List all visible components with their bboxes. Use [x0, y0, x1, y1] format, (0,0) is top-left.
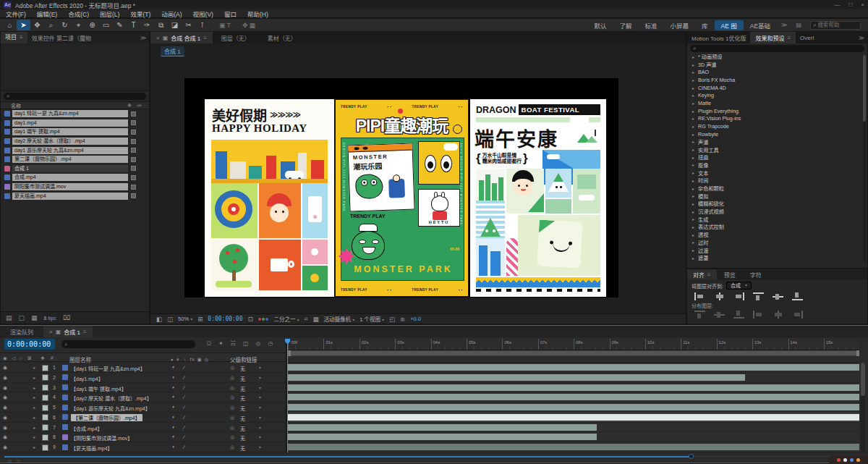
track-row[interactable] — [288, 392, 859, 402]
eye-icon[interactable]: ◉ — [3, 385, 7, 391]
puppet-pin-tool[interactable]: ⊺ — [195, 20, 209, 30]
layer-label-chip[interactable] — [42, 395, 48, 401]
pickwhip-icon[interactable]: ◎ — [230, 425, 234, 431]
viewer-timecode[interactable]: 0:00:00:00 — [208, 316, 242, 322]
grid-guides-icon[interactable]: ⊞ — [197, 316, 203, 323]
close-tab-icon[interactable]: × — [156, 35, 160, 41]
quality-switch-icon[interactable]: ♦ — [172, 385, 174, 389]
workspace-0[interactable]: 默认 — [587, 20, 613, 30]
expand-icon[interactable]: ▸ — [692, 93, 698, 98]
timeline-search-box[interactable]: ⌕ — [61, 340, 195, 348]
close-button[interactable]: × — [861, 1, 864, 8]
tab-effect-controls[interactable]: 效果控件 第二课（魔物 — [27, 34, 95, 42]
maximize-button[interactable]: □ — [848, 1, 852, 8]
layer-duration-bar[interactable] — [288, 364, 859, 371]
zoom-scrollbar-knob[interactable] — [689, 454, 694, 459]
distribute-right-button[interactable] — [792, 311, 803, 319]
distribute-top-button[interactable] — [694, 311, 705, 319]
draft-switch-icon[interactable]: ∕ — [184, 385, 184, 390]
zoom-tool[interactable]: ⌕ — [44, 20, 58, 30]
layer-name[interactable]: 【day2 摩天轮 潜水（提取）.mp4】 — [71, 395, 152, 402]
layer-name[interactable]: 【夏天插画.mp4】 — [71, 444, 113, 452]
frame-blend-icon[interactable]: ◫ — [243, 340, 249, 347]
project-columns-header[interactable]: 名称 ❖ ≔ — [1, 101, 149, 109]
project-item[interactable]: day1 特玩一夏 九真&zn.mp4 — [1, 109, 149, 119]
distribute-bottom-button[interactable] — [733, 311, 744, 319]
quality-switch-icon[interactable]: ♦ — [172, 405, 174, 409]
tab-align[interactable]: 对齐 ≡ — [687, 269, 717, 279]
project-search-box[interactable]: ⌕ — [4, 93, 146, 100]
expand-icon[interactable]: ▸ — [692, 209, 698, 214]
view-count-dropdown[interactable]: 1 个视图 ▾ — [359, 315, 384, 323]
project-item[interactable]: 合成 1 — [1, 164, 149, 174]
expand-icon[interactable]: ▸ — [692, 224, 698, 229]
effects-category[interactable]: ▸Plugin Everything — [687, 107, 861, 115]
project-search-input[interactable] — [11, 94, 143, 99]
tab-overflow-icon[interactable]: ≫ — [140, 35, 149, 41]
transparency-grid-icon[interactable]: ▦ — [313, 316, 319, 323]
effects-search-box[interactable]: ⌕ — [690, 45, 864, 52]
twirl-icon[interactable]: ▸ — [33, 434, 35, 439]
workspace-2[interactable]: 标准 — [638, 20, 663, 30]
twirl-icon[interactable]: ▸ — [33, 365, 35, 370]
layer-row[interactable]: ◉▸4【day2 摩天轮 潜水（提取）.mp4】♦∕◎无▾ — [0, 392, 286, 402]
tab-composition[interactable]: × ▣ 合成 合成 1 ≡ — [150, 32, 213, 43]
hand-tool[interactable]: ✥ — [30, 20, 44, 30]
layer-duration-bar[interactable] — [288, 414, 859, 421]
effects-category[interactable]: ▸Keying — [687, 91, 861, 99]
project-item-label-chip[interactable] — [131, 175, 136, 180]
parent-value[interactable]: 无 — [240, 395, 245, 402]
layer-row[interactable]: ◉▸3【day1 端午 提取.mp4】♦∕◎无▾ — [0, 383, 286, 393]
layer-label-chip[interactable] — [42, 374, 48, 381]
close-tab-icon[interactable]: × — [49, 329, 53, 335]
text-tool[interactable]: T — [127, 20, 140, 30]
workspace-3[interactable]: 小屏幕 — [663, 20, 695, 30]
quality-switch-icon[interactable]: ♦ — [172, 434, 174, 439]
track-area[interactable] — [288, 363, 859, 452]
draft-switch-icon[interactable]: ∕ — [184, 395, 184, 400]
track-row[interactable] — [288, 363, 859, 373]
layer-duration-bar[interactable] — [288, 384, 859, 391]
timeline-footer-icons[interactable]: ◲ ◱ — [7, 458, 23, 463]
track-row[interactable] — [288, 373, 859, 383]
panel-menu-icon[interactable]: ≡ — [20, 32, 23, 43]
eye-icon[interactable]: ◉ — [3, 395, 7, 400]
quality-switch-icon[interactable]: ♦ — [172, 375, 174, 379]
pickwhip-icon[interactable]: ◎ — [230, 415, 234, 421]
layer-label-chip[interactable] — [42, 424, 48, 431]
twirl-icon[interactable]: ▸ — [33, 385, 35, 390]
twirl-icon[interactable]: ▸ — [33, 395, 35, 400]
layer-duration-bar[interactable] — [288, 394, 859, 400]
parent-value[interactable]: 无 — [240, 385, 245, 392]
panel-menu-icon[interactable]: ≡ — [203, 35, 207, 41]
twirl-icon[interactable]: ▸ — [33, 405, 35, 410]
project-item-label-chip[interactable] — [131, 130, 136, 135]
project-item[interactable]: 合成.mp4 — [1, 173, 149, 182]
always-preview-icon[interactable]: ◧ — [156, 316, 162, 323]
eye-icon[interactable]: ◉ — [3, 434, 7, 440]
menu-item-7[interactable]: 窗口 — [224, 9, 237, 18]
eraser-tool[interactable]: ◪ — [168, 20, 182, 30]
motion-blur-icon[interactable]: ◎ — [256, 340, 261, 347]
layer-row[interactable]: ◉▸5【day1 游乐摩天轮 九真&zn.mp4】♦∕◎无▾ — [0, 402, 286, 413]
twirl-icon[interactable]: ▸ — [33, 425, 35, 430]
camera-tool[interactable]: ⌖ — [72, 20, 85, 30]
expand-icon[interactable]: ▸ — [692, 132, 698, 137]
parent-value[interactable]: 无 — [240, 425, 245, 432]
expand-icon[interactable]: ▸ — [692, 193, 698, 198]
layer-name[interactable]: 【day1 端午 提取.mp4】 — [71, 385, 127, 392]
layer-label-chip[interactable] — [42, 414, 48, 421]
menu-item-3[interactable]: 图层(L) — [100, 9, 119, 18]
layer-name[interactable]: 【第二课（魔物乐园）.mp4】 — [71, 414, 142, 421]
help-search-box[interactable]: ⌕ — [810, 21, 861, 30]
tab-project[interactable]: 项目 ≡ — [1, 32, 27, 43]
effects-category[interactable]: ▸扭曲 — [687, 153, 861, 161]
effects-category[interactable]: ▸实用工具 — [687, 145, 861, 153]
draft-switch-icon[interactable]: ∕ — [184, 425, 184, 430]
workspace-1[interactable]: 了解 — [613, 20, 638, 30]
work-area-bar[interactable] — [288, 350, 859, 356]
project-item[interactable]: day1 游乐摩天轮 九真&zn.mp4 — [1, 145, 149, 155]
twirl-icon[interactable]: ▸ — [33, 415, 35, 420]
effects-category[interactable]: ▸生成 — [687, 215, 861, 223]
layer-row[interactable]: ◉▸6【第二课（魔物乐园）.mp4】♦∕◎无▾ — [0, 413, 286, 423]
